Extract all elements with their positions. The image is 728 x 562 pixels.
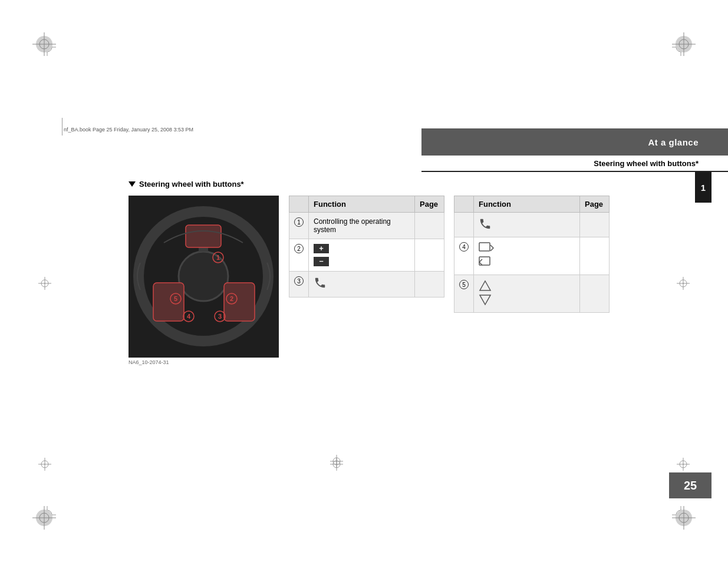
right-row2-page — [580, 237, 610, 275]
svg-text:1: 1 — [216, 254, 220, 261]
svg-point-30 — [179, 252, 228, 301]
table-row: 3 — [289, 272, 444, 297]
right-row3-function — [474, 275, 580, 313]
page-number-box: 25 — [669, 472, 711, 498]
steering-wheel-svg: 1 2 3 4 5 — [129, 196, 279, 358]
table-row: 4 — [454, 237, 610, 275]
row3-page — [415, 272, 444, 297]
svg-text:2: 2 — [230, 295, 233, 302]
arrow-up-icon — [479, 280, 492, 292]
right-table-function-header: Function — [474, 196, 580, 213]
crosshair-mid-left — [38, 277, 51, 290]
header-bar: At a glance — [421, 128, 728, 156]
left-function-table: Function Page 1 Controlling the operatin… — [289, 196, 444, 297]
right-row3-page — [580, 275, 610, 313]
left-table-function-header: Function — [309, 196, 415, 213]
header-title: At a glance — [648, 137, 699, 147]
svg-rect-47 — [479, 243, 490, 251]
filled-circle-bottom-right — [672, 506, 696, 530]
minus-button-icon: – — [314, 257, 329, 266]
right-table-page-header: Page — [580, 196, 610, 213]
svg-point-19 — [44, 283, 45, 284]
table-row: 1 Controlling the operating system — [289, 213, 444, 239]
left-table-page-header: Page — [415, 196, 444, 213]
filled-circle-top-right — [672, 32, 696, 56]
crosshair-mid-right — [677, 277, 690, 290]
right-row1-page — [580, 213, 610, 237]
svg-text:4: 4 — [187, 313, 191, 320]
filled-circle-bottom-left — [32, 506, 56, 530]
page-number: 25 — [684, 479, 697, 492]
image-caption: NA6_10-2074-31 — [129, 359, 169, 365]
steering-wheel-image: 1 2 3 4 5 — [129, 196, 279, 358]
svg-rect-36 — [186, 225, 221, 247]
right-row2-num: 4 — [454, 237, 474, 275]
steering-subtitle-row: Steering wheel with buttons* — [421, 156, 728, 172]
section-heading-text: Steering wheel with buttons* — [139, 180, 244, 189]
triangle-down-icon — [129, 181, 136, 187]
page-divider-line — [62, 118, 62, 135]
left-table-col1-header — [289, 196, 309, 213]
svg-rect-35 — [224, 283, 255, 321]
svg-text:5: 5 — [174, 295, 177, 302]
screen-icon-2 — [479, 256, 494, 268]
svg-marker-49 — [480, 281, 490, 290]
svg-point-62 — [336, 464, 337, 465]
right-row3-num: 5 — [454, 275, 474, 313]
svg-point-58 — [683, 464, 684, 465]
steering-subtitle-text: Steering wheel with buttons* — [594, 159, 699, 168]
right-row1-num — [454, 213, 474, 237]
right-row1-function — [474, 213, 580, 237]
row2-num: 2 — [289, 239, 309, 272]
phone-curved-icon — [314, 276, 327, 289]
crosshair-bottom-center — [330, 458, 343, 471]
row3-num: 3 — [289, 272, 309, 297]
svg-text:3: 3 — [218, 313, 222, 320]
right-table-col1-header — [454, 196, 474, 213]
row1-function: Controlling the operating system — [309, 213, 415, 239]
table-row: 2 + – — [289, 239, 444, 272]
chapter-tab: 1 — [695, 172, 711, 203]
plus-button-icon: + — [314, 244, 329, 253]
right-row2-function — [474, 237, 580, 275]
row1-page — [415, 213, 444, 239]
chapter-number: 1 — [701, 183, 706, 193]
row1-num: 1 — [289, 213, 309, 239]
section-heading: Steering wheel with buttons* — [129, 180, 244, 189]
crosshair-mid-bottom — [38, 458, 51, 471]
filled-circle-top-left — [32, 32, 56, 56]
table-row — [454, 213, 610, 237]
arrow-down-icon — [479, 294, 492, 306]
right-function-table: Function Page 4 — [454, 196, 610, 313]
crosshair-mid-bottom-right — [677, 458, 690, 471]
svg-point-54 — [44, 464, 45, 465]
screen-icon-1 — [479, 242, 494, 254]
phone-icon — [479, 217, 492, 230]
row2-function: + – — [309, 239, 415, 272]
table-row: 5 — [454, 275, 610, 313]
svg-point-23 — [683, 283, 684, 284]
file-reference: nf_BA.book Page 25 Friday, January 25, 2… — [64, 127, 193, 133]
row3-function — [309, 272, 415, 297]
svg-marker-50 — [480, 295, 490, 305]
row2-page — [415, 239, 444, 272]
